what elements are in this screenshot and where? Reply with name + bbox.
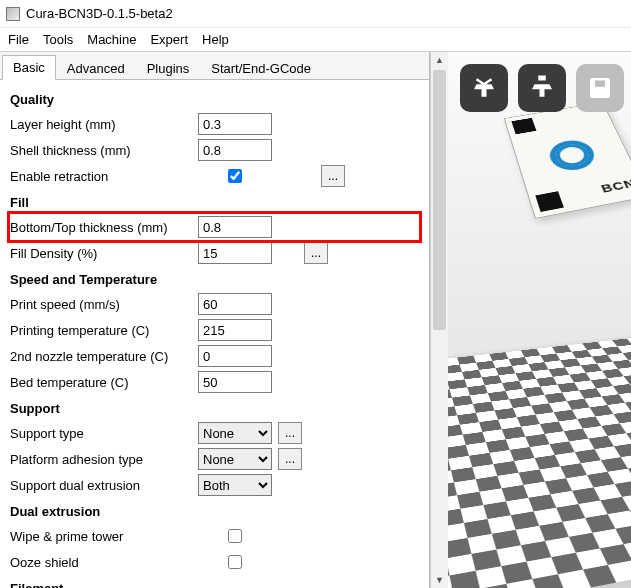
label-support-type: Support type [10, 426, 198, 441]
load-model-button[interactable] [460, 64, 508, 112]
input-shell-thickness[interactable] [198, 139, 272, 161]
menu-file[interactable]: File [8, 32, 29, 47]
menu-expert[interactable]: Expert [150, 32, 188, 47]
svg-rect-0 [538, 76, 546, 81]
check-ooze-shield[interactable] [228, 555, 242, 569]
input-layer-height[interactable] [198, 113, 272, 135]
gear-icon [545, 137, 599, 173]
menubar: File Tools Machine Expert Help [0, 28, 631, 52]
label-shell-thickness: Shell thickness (mm) [10, 143, 198, 158]
save-button[interactable] [576, 64, 624, 112]
label-print-temp: Printing temperature (C) [10, 323, 198, 338]
model-preview[interactable]: BCN [504, 102, 631, 219]
label-fill-density: Fill Density (%) [10, 246, 198, 261]
slice-icon [527, 73, 557, 103]
tab-gcode[interactable]: Start/End-GCode [200, 56, 322, 80]
support-more-button[interactable]: ... [278, 422, 302, 444]
settings-panel: Basic Advanced Plugins Start/End-GCode Q… [0, 52, 430, 588]
scroll-down-icon[interactable]: ▼ [431, 572, 448, 588]
select-support-type[interactable]: None [198, 422, 272, 444]
section-speed: Speed and Temperature [10, 272, 419, 287]
section-dual: Dual extrusion [10, 504, 419, 519]
corner-mark-icon [511, 118, 536, 134]
tab-advanced[interactable]: Advanced [56, 56, 136, 80]
titlebar: Cura-BCN3D-0.1.5-beta2 [0, 0, 631, 28]
input-btt[interactable] [198, 216, 272, 238]
input-print-speed[interactable] [198, 293, 272, 315]
viewport-3d[interactable]: BCN [448, 52, 631, 588]
input-nozzle2[interactable] [198, 345, 272, 367]
svg-rect-2 [595, 81, 605, 87]
check-enable-retraction[interactable] [228, 169, 242, 183]
menu-tools[interactable]: Tools [43, 32, 73, 47]
label-print-speed: Print speed (mm/s) [10, 297, 198, 312]
app-icon [6, 7, 20, 21]
section-filament: Filament [10, 581, 419, 588]
input-fill-density[interactable] [198, 242, 272, 264]
form-area: Quality Layer height (mm) Shell thicknes… [0, 80, 429, 588]
scroll-thumb[interactable] [433, 70, 446, 330]
model-text: BCN [599, 177, 631, 199]
slice-button[interactable] [518, 64, 566, 112]
label-adhesion-type: Platform adhesion type [10, 452, 198, 467]
corner-mark-icon [535, 191, 564, 212]
window-title: Cura-BCN3D-0.1.5-beta2 [26, 6, 173, 21]
retraction-more-button[interactable]: ... [321, 165, 345, 187]
label-wipe-tower: Wipe & prime tower [10, 529, 198, 544]
select-support-dual[interactable]: Both [198, 474, 272, 496]
section-quality: Quality [10, 92, 419, 107]
label-btt: Bottom/Top thickness (mm) [10, 220, 198, 235]
label-support-dual: Support dual extrusion [10, 478, 198, 493]
viewport-toolbar [460, 64, 624, 112]
tab-plugins[interactable]: Plugins [136, 56, 201, 80]
input-print-temp[interactable] [198, 319, 272, 341]
label-bed-temp: Bed temperature (C) [10, 375, 198, 390]
scroll-up-icon[interactable]: ▲ [431, 52, 448, 68]
row-bottom-top-thickness: Bottom/Top thickness (mm) [10, 214, 419, 240]
tab-basic[interactable]: Basic [2, 55, 56, 80]
select-adhesion-type[interactable]: None [198, 448, 272, 470]
build-plate [448, 334, 631, 588]
input-bed-temp[interactable] [198, 371, 272, 393]
label-layer-height: Layer height (mm) [10, 117, 198, 132]
load-model-icon [469, 73, 499, 103]
section-fill: Fill [10, 195, 419, 210]
label-nozzle2: 2nd nozzle temperature (C) [10, 349, 198, 364]
settings-scrollbar[interactable]: ▲ ▼ [430, 52, 448, 588]
save-icon [585, 73, 615, 103]
menu-help[interactable]: Help [202, 32, 229, 47]
fill-more-button[interactable]: ... [304, 242, 328, 264]
check-wipe-tower[interactable] [228, 529, 242, 543]
menu-machine[interactable]: Machine [87, 32, 136, 47]
tabs: Basic Advanced Plugins Start/End-GCode [0, 52, 429, 80]
label-ooze-shield: Ooze shield [10, 555, 198, 570]
section-support: Support [10, 401, 419, 416]
adhesion-more-button[interactable]: ... [278, 448, 302, 470]
label-enable-retraction: Enable retraction [10, 169, 198, 184]
